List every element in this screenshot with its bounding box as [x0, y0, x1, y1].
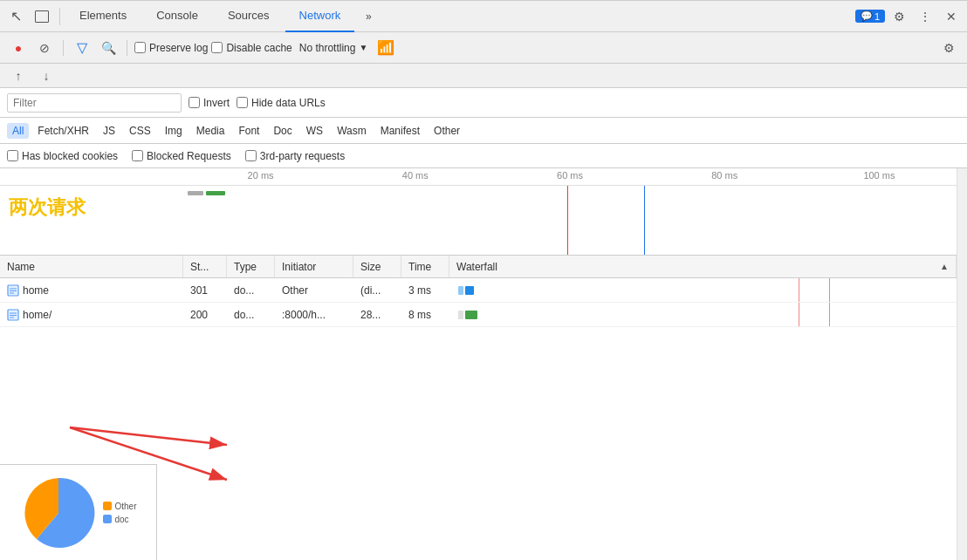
row1-time: 3 ms: [401, 278, 449, 302]
type-filter-font[interactable]: Font: [233, 123, 264, 139]
type-filter-css[interactable]: CSS: [124, 123, 156, 139]
pie-legend: Other doc: [103, 502, 136, 524]
type-filter-manifest[interactable]: Manifest: [375, 123, 425, 139]
row1-wf-bar2: [465, 286, 474, 295]
table-row[interactable]: home/ 200 do... :8000/h... 28... 8 ms: [0, 303, 957, 327]
throttling-select[interactable]: No throttling ▼: [296, 40, 372, 56]
row2-blue-line: [829, 303, 830, 326]
filter-input[interactable]: [7, 93, 182, 113]
settings-icon: ⚙: [943, 41, 955, 55]
third-party-label[interactable]: 3rd-party requests: [245, 150, 345, 162]
cursor-icon-btn[interactable]: ↖: [3, 4, 28, 29]
table-row[interactable]: home 301 do... Other (di... 3 ms: [0, 278, 957, 303]
preserve-log-checkbox[interactable]: [134, 42, 146, 53]
tab-bar: ↖ Elements Console Sources Network » 💬 1…: [0, 1, 967, 32]
tab-sources[interactable]: Sources: [214, 1, 284, 32]
hide-data-urls-checkbox[interactable]: [237, 97, 248, 108]
blocked-requests-checkbox[interactable]: [132, 150, 143, 161]
blocked-requests-label[interactable]: Blocked Requests: [132, 150, 231, 162]
header-type[interactable]: Type: [227, 256, 275, 277]
preserve-log-label[interactable]: Preserve log: [134, 42, 208, 54]
hide-data-urls-label[interactable]: Hide data URLs: [237, 97, 326, 109]
tab-more-btn[interactable]: »: [356, 4, 381, 29]
close-devtools-btn[interactable]: ✕: [939, 4, 964, 29]
tick-20ms: 20 ms: [183, 168, 338, 181]
header-name[interactable]: Name: [0, 256, 183, 277]
clear-btn[interactable]: ⊘: [33, 37, 56, 59]
filter-row: Invert Hide data URLs: [0, 88, 967, 118]
legend-blue: doc: [103, 515, 136, 524]
blocked-cookies-label[interactable]: Has blocked cookies: [7, 150, 118, 162]
row1-blue-line: [829, 278, 830, 302]
row2-waterfall: [449, 303, 957, 326]
tab-network[interactable]: Network: [285, 1, 355, 32]
header-size[interactable]: Size: [353, 256, 401, 277]
tab-console[interactable]: Console: [142, 1, 212, 32]
preserve-log-text: Preserve log: [149, 42, 208, 54]
third-party-checkbox[interactable]: [245, 150, 257, 161]
mini-bar-green: [206, 191, 225, 195]
blue-timeline-line: [644, 186, 645, 256]
cursor-icon: ↖: [10, 8, 22, 24]
tab-elements[interactable]: Elements: [65, 1, 141, 32]
record-btn[interactable]: ●: [7, 37, 30, 59]
legend-other: Other: [103, 502, 136, 511]
type-filter-doc[interactable]: Doc: [268, 123, 297, 139]
network-settings-btn[interactable]: ⚙: [937, 37, 960, 59]
tick-100ms: 100 ms: [802, 168, 957, 181]
notification-badge: 💬 1: [855, 10, 885, 23]
type-filter-all[interactable]: All: [7, 123, 29, 139]
more-options-btn[interactable]: ⋮: [913, 4, 937, 29]
type-filter-ws[interactable]: WS: [301, 123, 328, 139]
legend-other-label: Other: [114, 502, 136, 511]
record-dot-icon: ●: [15, 41, 22, 55]
filter-btn[interactable]: ▽: [71, 37, 93, 59]
search-btn[interactable]: 🔍: [97, 37, 120, 59]
tab-sources-label: Sources: [228, 9, 270, 22]
download-icon: ↓: [44, 69, 50, 83]
header-time[interactable]: Time: [401, 256, 449, 277]
row1-initiator: Other: [275, 278, 353, 302]
type-filter-wasm[interactable]: Wasm: [332, 123, 372, 139]
type-filter-js[interactable]: JS: [98, 123, 120, 139]
settings-btn[interactable]: ⚙: [887, 4, 911, 29]
stop-icon: ⊘: [39, 41, 50, 55]
invert-label[interactable]: Invert: [189, 97, 230, 109]
header-initiator[interactable]: Initiator: [275, 256, 353, 277]
disable-cache-checkbox[interactable]: [211, 42, 223, 53]
ellipsis-icon: ⋮: [919, 10, 931, 24]
mini-bar-gray: [188, 191, 203, 195]
tick-80ms: 80 ms: [648, 168, 802, 181]
upload-icon: ↑: [16, 69, 22, 83]
type-filter-row: All Fetch/XHR JS CSS Img Media Font Doc …: [0, 118, 967, 144]
toolbar-divider-2: [127, 40, 127, 56]
invert-checkbox[interactable]: [189, 97, 200, 108]
row1-type: do...: [227, 278, 275, 302]
row2-red-line: [799, 303, 799, 326]
row2-initiator: :8000/h...: [275, 303, 353, 326]
wifi-btn[interactable]: 📶: [374, 37, 397, 59]
scrollbar-track[interactable]: [957, 168, 967, 560]
blocked-cookies-checkbox[interactable]: [7, 150, 18, 161]
legend-blue-swatch: [103, 515, 112, 523]
row2-name: home/: [23, 309, 51, 321]
row2-wf-bar2: [465, 311, 477, 319]
type-filter-img[interactable]: Img: [160, 123, 188, 139]
header-waterfall[interactable]: Waterfall ▲: [449, 256, 957, 277]
mini-bars: [188, 191, 225, 195]
toolbar-divider-1: [63, 40, 64, 56]
chinese-annotation: 两次请求: [9, 195, 86, 221]
header-status[interactable]: St...: [183, 256, 227, 277]
type-filter-fetchxhr[interactable]: Fetch/XHR: [32, 123, 94, 139]
upload-btn[interactable]: ↑: [7, 65, 30, 87]
type-filter-other[interactable]: Other: [429, 123, 465, 139]
row1-status: 301: [183, 278, 227, 302]
gear-icon: ⚙: [894, 10, 905, 24]
disable-cache-label[interactable]: Disable cache: [211, 42, 291, 54]
type-filter-media[interactable]: Media: [191, 123, 230, 139]
invert-text: Invert: [203, 97, 230, 109]
timeline-chart: 两次请求: [0, 186, 957, 256]
tick-60ms: 60 ms: [492, 168, 647, 181]
download-btn[interactable]: ↓: [35, 65, 58, 87]
device-icon-btn[interactable]: [30, 4, 54, 29]
